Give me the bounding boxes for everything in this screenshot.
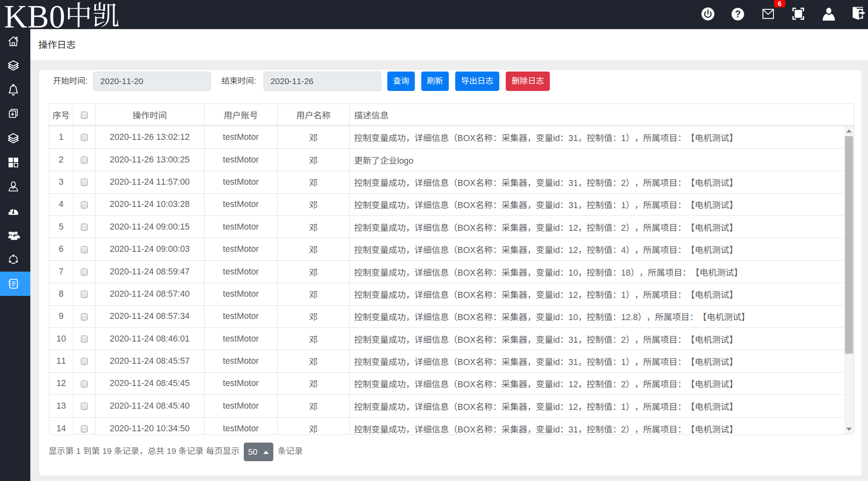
svg-text:?: ? bbox=[735, 9, 741, 19]
svg-text:6: 6 bbox=[778, 0, 781, 7]
